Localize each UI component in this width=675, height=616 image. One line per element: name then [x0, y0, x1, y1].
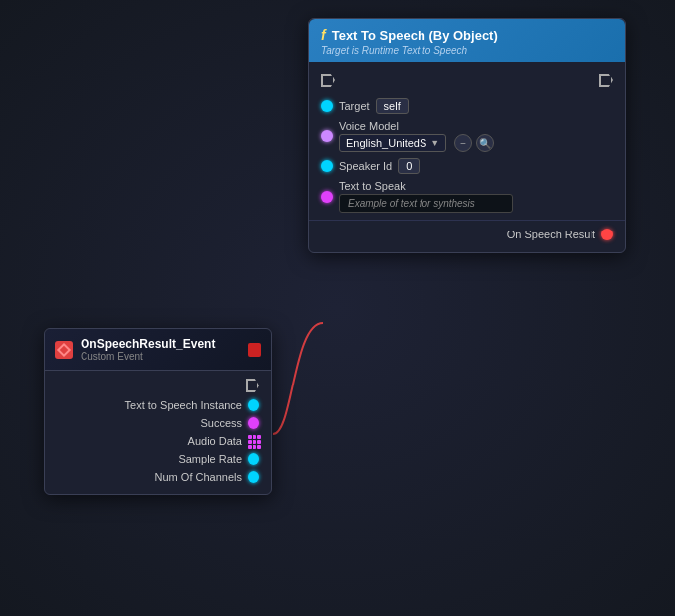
- event-channels-label: Num Of Channels: [155, 471, 242, 483]
- tts-onspeech-row: On Speech Result: [309, 225, 625, 244]
- tts-node-subtitle: Target is Runtime Text to Speech: [321, 45, 467, 56]
- tts-exec-input-pin: [321, 74, 335, 87]
- event-pin-tts-instance: Text to Speech Instance: [45, 396, 271, 414]
- tts-target-label: Target: [339, 100, 370, 112]
- tts-onspeech-label: On Speech Result: [507, 229, 595, 240]
- tts-target-row: Target self: [309, 95, 625, 117]
- event-pin-channels: Num Of Channels: [45, 468, 271, 486]
- tts-text-pin: [321, 191, 333, 203]
- tts-text-input[interactable]: Example of text for synthesis: [339, 194, 513, 213]
- dropdown-arrow-icon: ▼: [430, 138, 439, 148]
- tts-node-header: f Text To Speech (By Object) Target is R…: [309, 19, 625, 62]
- event-audio-pin: [248, 435, 259, 447]
- tts-text-row: Text to Speak Example of text for synthe…: [309, 177, 625, 216]
- tts-voice-label: Voice Model: [339, 120, 494, 132]
- tts-voice-pin: [321, 130, 333, 142]
- event-pin-success: Success: [45, 414, 271, 432]
- event-audio-label: Audio Data: [188, 435, 242, 447]
- event-node-header: OnSpeechResult_Event Custom Event: [45, 329, 271, 371]
- tts-speaker-pin: [321, 160, 333, 172]
- event-close-button[interactable]: [248, 343, 261, 357]
- event-pin-audio-data: Audio Data: [45, 432, 271, 450]
- tts-onspeech-pin: [601, 229, 613, 240]
- tts-voice-dropdown[interactable]: English_UnitedS ▼: [339, 134, 446, 152]
- event-node-subtitle: Custom Event: [81, 351, 215, 362]
- tts-target-pin: [321, 100, 333, 112]
- tts-search-button[interactable]: 🔍: [476, 134, 494, 152]
- event-sample-label: Sample Rate: [178, 453, 242, 465]
- event-tts-label: Text to Speech Instance: [125, 399, 242, 411]
- event-sample-pin: [248, 453, 259, 465]
- tts-minus-button[interactable]: −: [454, 134, 472, 152]
- event-pin-sample-rate: Sample Rate: [45, 450, 271, 468]
- event-node-body: Text to Speech Instance Success Audio Da…: [45, 371, 271, 494]
- tts-voice-row: Voice Model English_UnitedS ▼ − 🔍: [309, 117, 625, 155]
- tts-node-body: Target self Voice Model English_UnitedS …: [309, 62, 625, 252]
- event-success-pin: [248, 417, 259, 429]
- event-exec-pin: [246, 379, 259, 392]
- event-tts-pin: [248, 399, 259, 411]
- event-icon-shape: [57, 342, 71, 356]
- tts-speaker-value: 0: [398, 158, 420, 174]
- tts-voice-actions: − 🔍: [454, 134, 494, 152]
- tts-speaker-row: Speaker Id 0: [309, 155, 625, 177]
- event-node: OnSpeechResult_Event Custom Event Text t…: [44, 328, 272, 495]
- tts-text-label: Text to Speak: [339, 180, 513, 192]
- tts-node: f Text To Speech (By Object) Target is R…: [308, 18, 626, 253]
- event-success-label: Success: [200, 417, 242, 429]
- tts-exec-row: [309, 70, 625, 91]
- tts-node-title: Text To Speech (By Object): [332, 28, 498, 43]
- event-node-title: OnSpeechResult_Event: [81, 337, 215, 351]
- event-icon: [55, 341, 73, 359]
- tts-speaker-label: Speaker Id: [339, 160, 392, 172]
- tts-exec-output-pin: [599, 74, 613, 87]
- tts-voice-value: English_UnitedS: [346, 137, 426, 149]
- tts-icon: f: [321, 27, 326, 43]
- tts-target-value: self: [376, 98, 409, 114]
- event-exec-row: [45, 375, 271, 396]
- event-channels-pin: [248, 471, 259, 483]
